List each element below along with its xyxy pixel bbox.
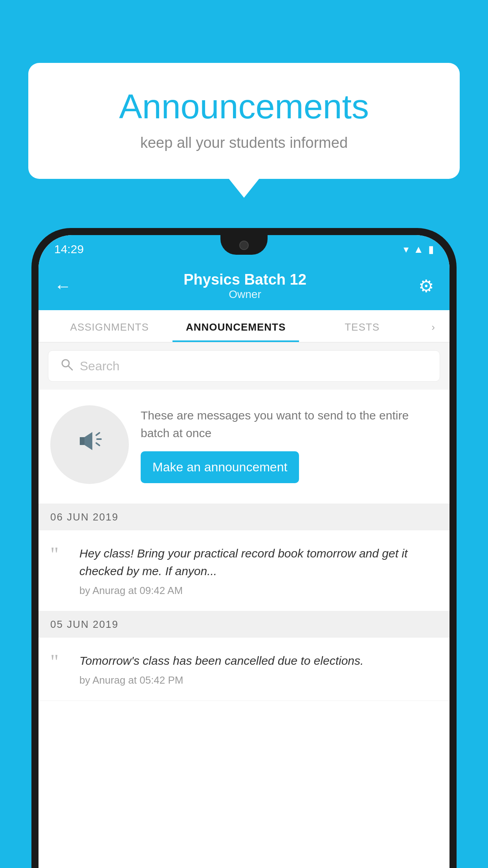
header-center: Physics Batch 12 Owner	[72, 271, 418, 301]
search-bar[interactable]: Search	[48, 350, 440, 382]
svg-line-3	[96, 433, 99, 435]
header-title: Physics Batch 12	[72, 271, 418, 288]
wifi-icon: ▾	[404, 243, 409, 256]
svg-line-5	[96, 443, 99, 445]
status-time: 14:29	[54, 243, 84, 256]
phone-content: Search Th	[39, 342, 449, 701]
announcement-text-1: Hey class! Bring your practical record b…	[79, 544, 438, 580]
phone-frame: 14:29 ▾ ▲ ▮ ← Physics Batch 12 Owner ⚙ A…	[31, 228, 457, 868]
search-placeholder: Search	[80, 359, 119, 373]
megaphone-icon	[72, 423, 107, 466]
svg-line-1	[68, 366, 72, 370]
settings-button[interactable]: ⚙	[418, 276, 434, 296]
announcement-item-2[interactable]: " Tomorrow's class has been cancelled du…	[39, 638, 449, 701]
signal-icon: ▲	[413, 243, 424, 256]
search-icon	[60, 358, 73, 374]
announcement-item-1[interactable]: " Hey class! Bring your practical record…	[39, 530, 449, 611]
announcement-text-2: Tomorrow's class has been cancelled due …	[79, 652, 438, 669]
search-container: Search	[39, 342, 449, 390]
promo-area: These are messages you want to send to t…	[39, 390, 449, 504]
announcement-content-1: Hey class! Bring your practical record b…	[79, 544, 438, 597]
announcement-content-2: Tomorrow's class has been cancelled due …	[79, 652, 438, 686]
date-separator-2: 05 JUN 2019	[39, 611, 449, 638]
promo-text: These are messages you want to send to t…	[141, 406, 438, 442]
make-announcement-button[interactable]: Make an announcement	[141, 451, 299, 483]
tab-tests[interactable]: TESTS	[299, 310, 425, 342]
tab-announcements[interactable]: ANNOUNCEMENTS	[172, 310, 299, 342]
announcement-meta-1: by Anurag at 09:42 AM	[79, 585, 438, 597]
back-button[interactable]: ←	[54, 276, 72, 296]
quote-icon-2: "	[50, 652, 70, 686]
speech-bubble-section: Announcements keep all your students inf…	[28, 63, 460, 179]
svg-rect-2	[80, 437, 84, 445]
phone-screen: 14:29 ▾ ▲ ▮ ← Physics Batch 12 Owner ⚙ A…	[39, 235, 449, 868]
speech-bubble-title: Announcements	[60, 86, 428, 127]
date-separator-1: 06 JUN 2019	[39, 504, 449, 530]
status-icons: ▾ ▲ ▮	[404, 243, 434, 256]
promo-icon-circle	[50, 405, 129, 484]
phone-notch	[220, 235, 268, 255]
tab-assignments[interactable]: ASSIGNMENTS	[46, 310, 172, 342]
phone-camera	[239, 241, 249, 250]
speech-bubble: Announcements keep all your students inf…	[28, 63, 460, 179]
app-header: ← Physics Batch 12 Owner ⚙	[39, 263, 449, 310]
tab-more[interactable]: ›	[425, 310, 442, 342]
promo-right: These are messages you want to send to t…	[141, 406, 438, 483]
header-subtitle: Owner	[72, 288, 418, 301]
speech-bubble-subtitle: keep all your students informed	[60, 134, 428, 151]
battery-icon: ▮	[428, 243, 434, 256]
tabs-bar: ASSIGNMENTS ANNOUNCEMENTS TESTS ›	[39, 310, 449, 342]
announcement-meta-2: by Anurag at 05:42 PM	[79, 674, 438, 686]
quote-icon-1: "	[50, 544, 70, 597]
